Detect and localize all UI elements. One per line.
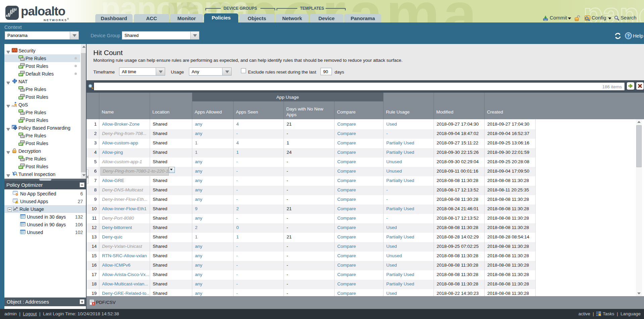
svg-text:?: ? bbox=[627, 33, 630, 38]
svg-text:A: A bbox=[93, 302, 95, 305]
svg-text:QoS: QoS bbox=[12, 104, 17, 107]
